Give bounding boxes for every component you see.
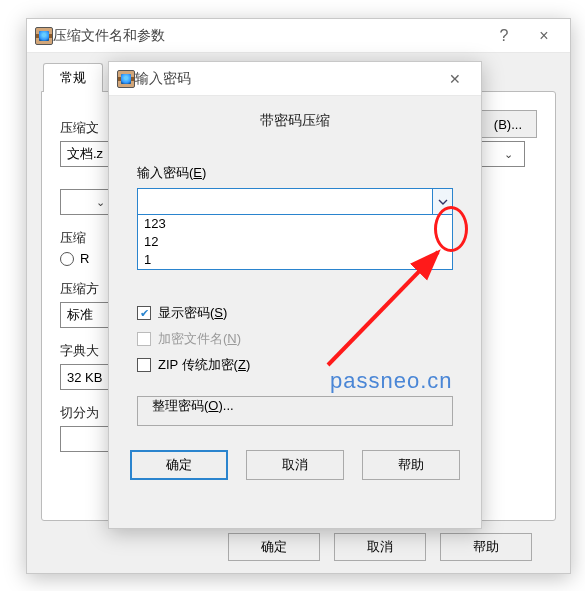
organize-passwords-button[interactable]: 整理密码(O)... [137,396,453,426]
password-input[interactable] [138,189,430,214]
dialog-title: 输入密码 [135,70,435,88]
archive-name-value: 文档.z [67,145,103,163]
zip-legacy-checkbox[interactable]: ZIP 传统加密(Z) [137,356,453,374]
close-button[interactable]: ✕ [435,65,475,93]
encrypt-filenames-label: 加密文件名(N) [158,330,241,348]
password-history-list: 123 12 1 [137,215,453,270]
encrypt-filenames-checkbox: 加密文件名(N) [137,330,453,348]
method-value: 标准 [67,306,93,324]
list-item[interactable]: 123 [138,215,452,233]
cancel-button[interactable]: 取消 [334,533,426,561]
titlebar[interactable]: 输入密码 ✕ [109,62,481,96]
ok-button[interactable]: 确定 [130,450,228,480]
checkbox-icon [137,358,151,372]
list-item[interactable]: 12 [138,233,452,251]
window-title: 压缩文件名和参数 [53,27,484,45]
password-label: 输入密码(E) [137,164,453,182]
chevron-down-icon [438,197,448,207]
help-button[interactable]: ? [484,22,524,50]
winrar-icon [117,70,135,88]
cancel-button[interactable]: 取消 [246,450,344,480]
chevron-down-icon: ⌄ [91,196,109,209]
help-button[interactable]: 帮助 [440,533,532,561]
titlebar[interactable]: 压缩文件名和参数 ? × [27,19,570,53]
dict-value: 32 KB [67,370,102,385]
checkbox-icon: ✔ [137,306,151,320]
password-dialog: 输入密码 ✕ 带密码压缩 输入密码(E) 123 12 1 ✔ [108,61,482,529]
password-combo[interactable] [137,188,453,215]
radio-icon [60,252,74,266]
close-button[interactable]: × [524,22,564,50]
password-dropdown-button[interactable] [432,189,452,214]
list-item[interactable]: 1 [138,251,452,269]
show-password-checkbox[interactable]: ✔ 显示密码(S) [137,304,453,322]
help-button[interactable]: 帮助 [362,450,460,480]
show-password-label: 显示密码(S) [158,304,227,322]
dialog-buttons: 确定 取消 帮助 [109,434,481,494]
browse-button[interactable]: (B)... [479,110,537,138]
dialog-subtitle: 带密码压缩 [109,96,481,144]
checkbox-icon [137,332,151,346]
ok-button[interactable]: 确定 [228,533,320,561]
winrar-icon [35,27,53,45]
zip-legacy-label: ZIP 传统加密(Z) [158,356,250,374]
profile-combo[interactable]: ⌄ [479,141,525,167]
format-radio-label: R [80,251,89,266]
chevron-down-icon: ⌄ [500,148,518,161]
tab-general[interactable]: 常规 [43,63,103,92]
